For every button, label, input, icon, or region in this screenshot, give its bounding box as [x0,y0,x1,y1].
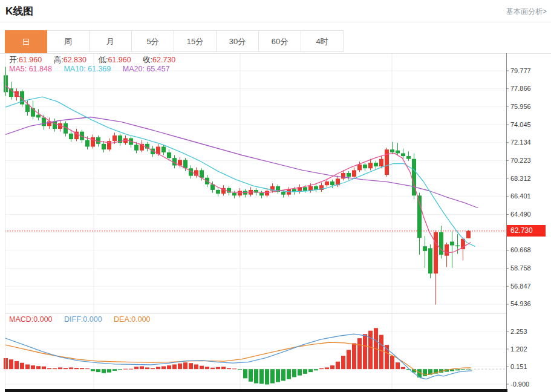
svg-text:68.312: 68.312 [510,175,531,182]
high-value: 62.830 [64,56,86,64]
current-price-badge: 62.730 [507,225,546,237]
svg-text:58.758: 58.758 [510,264,531,272]
close-value: 62.730 [152,56,175,64]
high-label: 高: [54,56,64,64]
ma5-label: MA5: [9,65,27,73]
ma5-value: 61.848 [29,65,52,73]
svg-text:0.151: 0.151 [510,363,527,370]
macd-info-row: MACD:0.000 DIFF:0.000 DEA:0.000 [9,315,160,324]
svg-text:60.668: 60.668 [510,246,531,253]
close-label: 收: [143,56,152,64]
diff-value: 0.000 [83,315,102,324]
svg-text:79.777: 79.777 [510,67,531,74]
dea-value: 0.000 [131,315,150,324]
ma10-value: 61.369 [88,65,111,73]
kline-page: K线图 基本面分析> 日 周 月 5分 15分 30分 60分 4时 79.77… [0,0,551,392]
dea-label: DEA: [114,315,131,324]
svg-text:70.223: 70.223 [510,157,531,164]
svg-text:2.253: 2.253 [510,328,527,335]
ma20-label: MA20: [123,65,145,73]
ma-info-row: MA5: 61.848 MA10: 61.369 MA20: 65.457 [9,65,180,73]
svg-text:1.202: 1.202 [510,345,527,353]
svg-text:54.936: 54.936 [510,300,531,307]
low-value: 61.960 [108,56,131,64]
svg-text:77.866: 77.866 [510,85,531,92]
svg-text:64.490: 64.490 [510,211,531,218]
open-value: 61.960 [19,56,42,64]
macd-label: MACD: [9,315,33,324]
open-label: 开: [9,56,19,64]
ma10-label: MA10: [64,65,85,73]
svg-text:74.045: 74.045 [510,121,531,128]
low-label: 低: [98,56,108,64]
svg-text:66.401: 66.401 [510,192,531,200]
svg-text:-0.900: -0.900 [510,381,529,388]
macd-value: 0.000 [33,315,52,324]
svg-text:75.956: 75.956 [510,103,531,110]
ohlc-info-row: 开:61.960 高:62.830 低:61.960 收:62.730 [9,55,185,65]
svg-text:56.847: 56.847 [510,283,531,290]
svg-text:72.134: 72.134 [510,139,531,146]
diff-label: DIFF: [64,315,83,324]
ma20-value: 65.457 [146,65,169,73]
